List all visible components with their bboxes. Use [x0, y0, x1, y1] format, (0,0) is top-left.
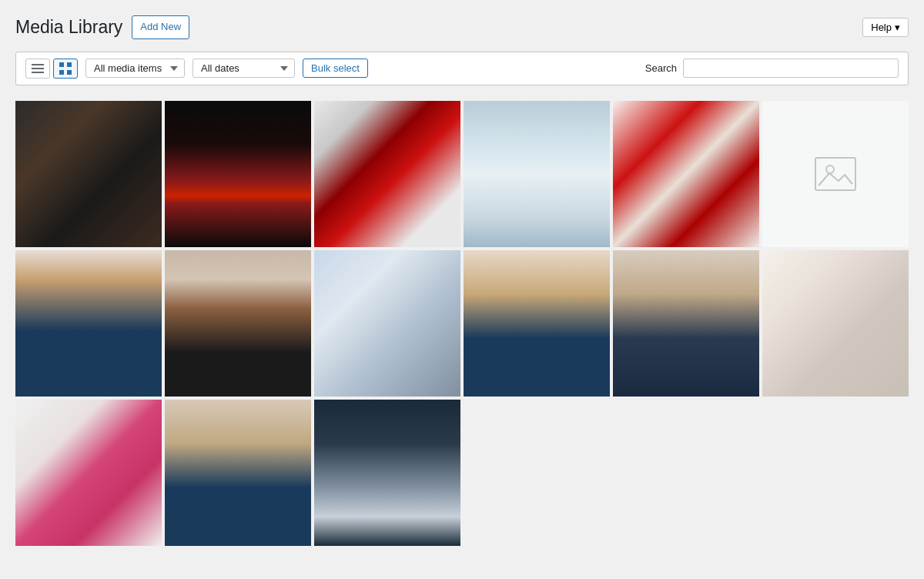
media-item[interactable]	[15, 101, 162, 247]
bulk-select-button[interactable]: Bulk select	[303, 59, 368, 78]
svg-rect-0	[32, 64, 44, 65]
media-type-filter[interactable]: All media items Images Audio Video Docum…	[85, 59, 185, 78]
media-thumbnail	[15, 101, 162, 247]
svg-rect-1	[32, 68, 44, 69]
placeholder-icon	[812, 155, 859, 193]
media-item[interactable]	[314, 400, 460, 546]
search-input[interactable]	[683, 59, 899, 78]
search-label: Search	[645, 62, 677, 74]
media-thumbnail	[314, 250, 460, 397]
svg-rect-5	[59, 70, 64, 75]
media-item[interactable]	[464, 250, 610, 397]
page-title: Media Library	[15, 17, 122, 38]
media-item[interactable]	[165, 101, 311, 247]
svg-rect-6	[67, 70, 72, 75]
media-item[interactable]	[613, 101, 759, 247]
page-wrapper: Media Library Add New Help ▾	[0, 0, 924, 579]
svg-rect-3	[59, 62, 64, 67]
grid-icon	[59, 62, 72, 75]
header-left: Media Library Add New	[15, 15, 189, 39]
media-placeholder	[762, 101, 909, 247]
media-item[interactable]	[15, 400, 162, 546]
grid-view-button[interactable]	[53, 59, 78, 79]
media-item[interactable]	[613, 250, 759, 397]
svg-rect-7	[815, 158, 855, 190]
media-thumbnail	[15, 250, 162, 397]
page-header: Media Library Add New Help ▾	[15, 15, 909, 39]
help-label: Help	[871, 22, 892, 33]
media-item[interactable]	[15, 250, 162, 397]
media-thumbnail	[464, 250, 610, 397]
svg-rect-4	[67, 62, 72, 67]
media-item[interactable]	[762, 250, 909, 397]
media-item[interactable]	[165, 250, 311, 397]
media-item[interactable]	[165, 400, 311, 546]
media-thumbnail	[165, 250, 311, 397]
svg-rect-2	[32, 72, 44, 73]
media-thumbnail	[464, 101, 610, 247]
media-thumbnail	[314, 101, 460, 247]
media-thumbnail	[613, 101, 759, 247]
media-item[interactable]	[314, 250, 460, 397]
media-item[interactable]	[464, 101, 610, 247]
media-item[interactable]	[314, 101, 460, 247]
media-grid	[15, 101, 909, 546]
view-switcher	[25, 59, 78, 79]
toolbar: All media items Images Audio Video Docum…	[15, 52, 909, 85]
list-icon	[32, 62, 44, 75]
media-thumbnail	[762, 250, 909, 397]
media-thumbnail	[165, 101, 311, 247]
chevron-down-icon: ▾	[895, 22, 900, 33]
help-button[interactable]: Help ▾	[862, 18, 909, 37]
media-thumbnail	[165, 400, 311, 546]
media-thumbnail	[613, 250, 759, 397]
date-filter[interactable]: All dates January 2024 December 2023	[192, 59, 295, 78]
media-thumbnail	[314, 400, 460, 546]
media-item[interactable]	[762, 101, 909, 247]
search-area: Search	[645, 59, 899, 78]
list-view-button[interactable]	[25, 59, 50, 79]
add-new-button[interactable]: Add New	[132, 15, 189, 39]
media-thumbnail	[15, 400, 162, 546]
